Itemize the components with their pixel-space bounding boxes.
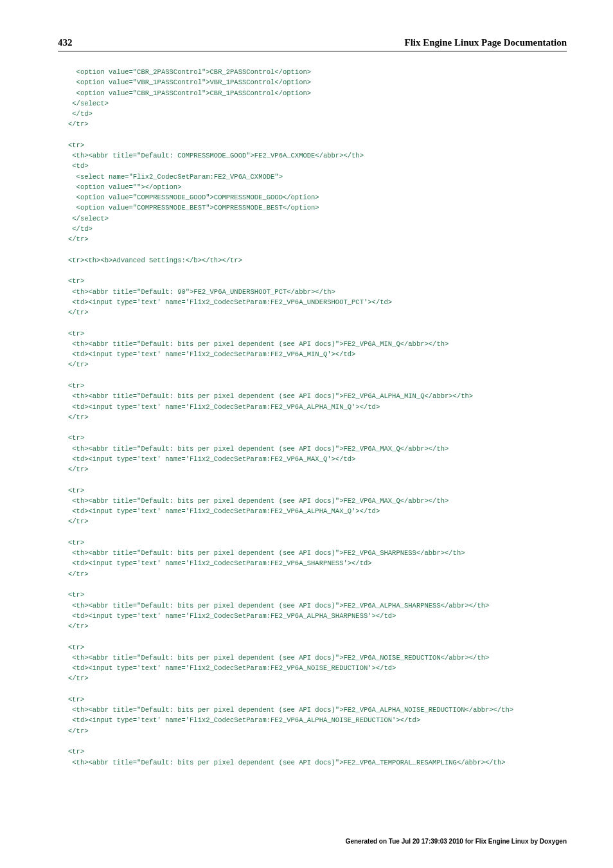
header-rule (58, 51, 567, 51)
page: 432 Flix Engine Linux Page Documentation… (0, 0, 613, 868)
code-listing: <option value="CBR_2PASSControl">CBR_2PA… (58, 67, 567, 768)
page-header: 432 Flix Engine Linux Page Documentation (58, 37, 567, 48)
doc-title: Flix Engine Linux Page Documentation (404, 37, 567, 48)
page-number: 432 (58, 37, 73, 48)
page-footer: Generated on Tue Jul 20 17:39:03 2010 fo… (346, 838, 567, 845)
